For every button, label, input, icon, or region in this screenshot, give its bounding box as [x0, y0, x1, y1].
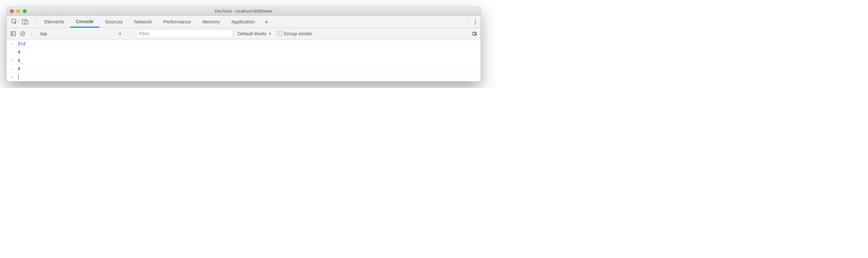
- input-marker-icon: ›: [10, 58, 14, 63]
- group-similar-toggle[interactable]: ✓ Group similar: [277, 31, 312, 36]
- log-levels-selector[interactable]: Default levels ▼: [236, 31, 274, 36]
- minimize-window-button[interactable]: [17, 9, 20, 13]
- tab-label: Sources: [105, 19, 123, 24]
- console-prompt-row[interactable]: ›: [7, 73, 480, 81]
- separator: [36, 18, 36, 26]
- console-result: 4: [18, 50, 20, 55]
- console-expression: $_: [18, 58, 23, 63]
- prompt-marker-icon: ›: [10, 75, 14, 79]
- output-marker-icon: ‹·: [10, 66, 14, 71]
- console-output-row: ‹· 4: [7, 48, 480, 56]
- levels-label: Default levels: [238, 31, 266, 36]
- tab-label: Elements: [44, 19, 64, 24]
- console-output: › 2+2 ‹· 4 › $_ ‹· 4 ›: [7, 39, 480, 81]
- console-output-row: ‹· 4: [7, 64, 480, 73]
- tab-memory[interactable]: Memory: [197, 16, 226, 28]
- clear-console-icon[interactable]: [20, 30, 26, 37]
- settings-menu-button[interactable]: [470, 19, 480, 24]
- tab-label: Network: [134, 19, 152, 24]
- context-selector[interactable]: top ▼: [38, 30, 124, 38]
- tab-bar: Elements Console Sources Network Perform…: [7, 16, 480, 28]
- device-toolbar-icon[interactable]: [22, 19, 29, 25]
- tab-sources[interactable]: Sources: [99, 16, 128, 28]
- svg-line-9: [22, 32, 24, 35]
- console-prompt-input[interactable]: [18, 75, 19, 80]
- chevron-down-icon: ▼: [268, 32, 272, 36]
- console-input-row[interactable]: › 2+2: [7, 39, 480, 48]
- gear-icon[interactable]: [471, 30, 477, 37]
- overflow-tabs-button[interactable]: »: [260, 19, 272, 24]
- input-marker-icon: ›: [10, 41, 14, 46]
- console-toolbar: top ▼ Default levels ▼ ✓ Group similar: [7, 28, 480, 39]
- filter-input[interactable]: [136, 30, 232, 38]
- tab-network[interactable]: Network: [128, 16, 158, 28]
- group-similar-label: Group similar: [284, 31, 312, 36]
- titlebar: DevTools - localhost:8080/web/: [7, 7, 480, 16]
- tab-label: Console: [76, 19, 94, 24]
- devtools-window: DevTools - localhost:8080/web/ Elements …: [6, 6, 481, 82]
- svg-point-5: [475, 23, 476, 24]
- tab-performance[interactable]: Performance: [158, 16, 197, 28]
- output-marker-icon: ‹·: [10, 50, 14, 54]
- tab-elements[interactable]: Elements: [38, 16, 70, 28]
- separator: [467, 18, 468, 26]
- separator: [32, 30, 32, 37]
- tab-console[interactable]: Console: [70, 16, 99, 28]
- tab-label: Performance: [163, 19, 191, 24]
- zoom-window-button[interactable]: [23, 9, 27, 13]
- tab-application[interactable]: Application: [226, 16, 260, 28]
- chevron-down-icon: ▼: [118, 32, 122, 36]
- svg-rect-2: [25, 21, 28, 24]
- console-input-row[interactable]: › $_: [7, 56, 480, 64]
- checkbox-checked-icon: ✓: [277, 31, 282, 36]
- window-title: DevTools - localhost:8080/web/: [7, 9, 480, 13]
- context-value: top: [40, 31, 47, 36]
- svg-point-3: [475, 19, 476, 20]
- toggle-drawer-icon[interactable]: [10, 30, 17, 37]
- tab-label: Application: [231, 19, 255, 24]
- tab-label: Memory: [203, 19, 220, 24]
- separator: [130, 30, 130, 37]
- console-expression: 2+2: [18, 41, 26, 46]
- svg-point-4: [475, 21, 476, 22]
- inspect-element-icon[interactable]: [11, 19, 18, 25]
- console-result: 4: [18, 66, 20, 71]
- traffic-lights: [10, 9, 27, 13]
- close-window-button[interactable]: [10, 9, 14, 13]
